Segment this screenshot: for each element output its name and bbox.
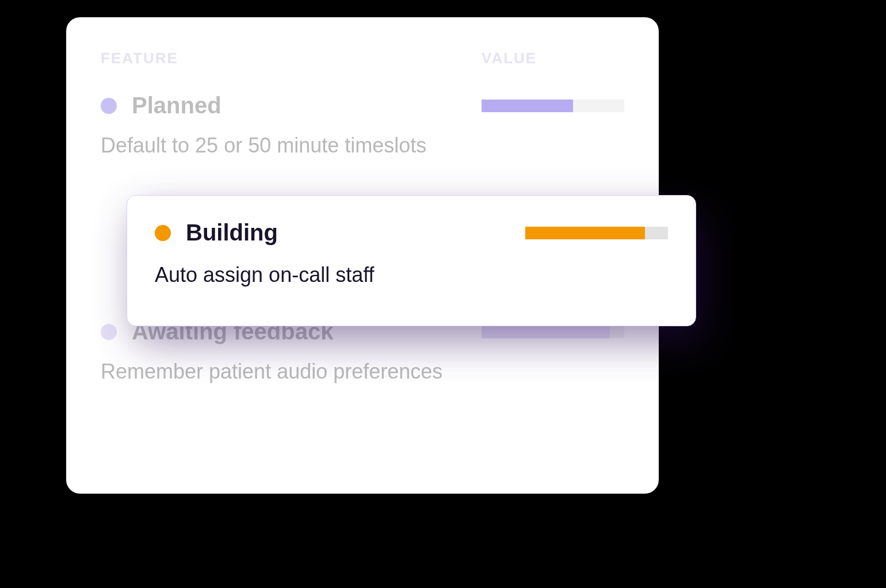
column-header-feature: FEATURE bbox=[101, 49, 178, 67]
value-bar-fill bbox=[482, 100, 573, 112]
status-dot-icon bbox=[101, 98, 117, 114]
value-bar-fill bbox=[525, 227, 645, 239]
feature-row-awaiting-feedback[interactable]: Awaiting feedback Remember patient audio… bbox=[101, 319, 624, 384]
feature-description: Default to 25 or 50 minute timeslots bbox=[101, 133, 624, 158]
value-bar-fill bbox=[482, 326, 610, 338]
feature-description: Auto assign on-call staff bbox=[155, 263, 668, 287]
table-headers: FEATURE VALUE bbox=[101, 49, 624, 67]
feature-row-building-highlight[interactable]: Building Auto assign on-call staff bbox=[127, 195, 696, 326]
status-label: Planned bbox=[132, 93, 222, 119]
status-dot-icon bbox=[101, 324, 117, 340]
feature-row-planned[interactable]: Planned Default to 25 or 50 minute times… bbox=[101, 93, 624, 158]
value-bar bbox=[525, 227, 668, 239]
feature-description: Remember patient audio preferences bbox=[101, 360, 624, 384]
value-bar bbox=[482, 326, 624, 338]
column-header-value: VALUE bbox=[482, 49, 624, 67]
value-bar bbox=[482, 100, 624, 112]
status-label: Building bbox=[186, 220, 278, 246]
status-dot-icon bbox=[155, 225, 171, 241]
